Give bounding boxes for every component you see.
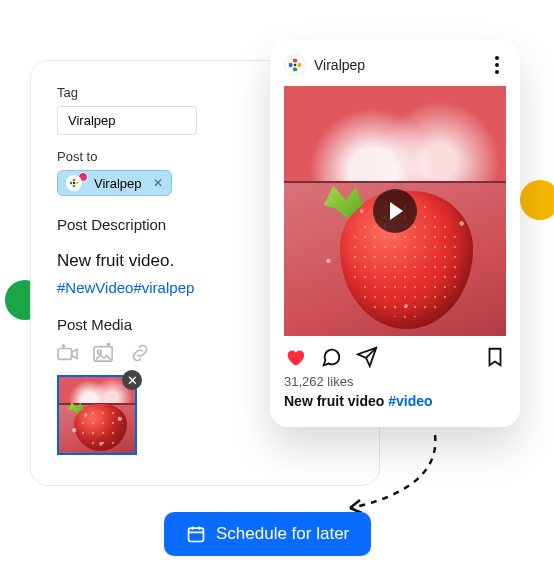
preview-caption: New fruit video #video	[284, 393, 506, 409]
calendar-icon	[186, 524, 206, 544]
more-options-icon[interactable]	[488, 56, 506, 74]
svg-rect-0	[58, 348, 72, 359]
schedule-button[interactable]: Schedule for later	[164, 512, 371, 556]
play-icon[interactable]	[373, 189, 417, 233]
media-thumbnail-image	[59, 377, 135, 453]
bookmark-icon[interactable]	[484, 346, 506, 368]
preview-media[interactable]	[284, 86, 506, 336]
link-icon[interactable]	[129, 343, 151, 363]
remove-media-icon[interactable]: ✕	[122, 370, 142, 390]
preview-account-name: Viralpep	[314, 57, 480, 73]
tag-input[interactable]: Viralpep	[57, 106, 197, 135]
preview-caption-text: New fruit video	[284, 393, 388, 409]
svg-rect-3	[189, 528, 204, 541]
schedule-button-label: Schedule for later	[216, 524, 349, 544]
share-icon[interactable]	[356, 346, 378, 368]
preview-action-bar	[284, 346, 506, 368]
viralpep-logo-icon	[66, 175, 82, 191]
preview-likes: 31,262 likes	[284, 374, 506, 389]
post-to-account-chip[interactable]: Viralpep ✕	[57, 170, 172, 196]
video-upload-icon[interactable]	[57, 343, 79, 363]
post-preview-card: Viralpep 31,262 likes New fruit video #v…	[270, 40, 520, 427]
image-upload-icon[interactable]	[93, 343, 115, 363]
media-thumbnail[interactable]: ✕	[57, 375, 137, 455]
preview-caption-hashtag: #video	[388, 393, 432, 409]
comment-icon[interactable]	[320, 346, 342, 368]
svg-point-2	[98, 350, 102, 354]
viralpep-logo-icon	[284, 54, 306, 76]
remove-account-icon[interactable]: ✕	[153, 176, 163, 190]
post-to-account-name: Viralpep	[94, 176, 141, 191]
decor-yellow-circle	[520, 180, 554, 220]
like-icon[interactable]	[284, 346, 306, 368]
